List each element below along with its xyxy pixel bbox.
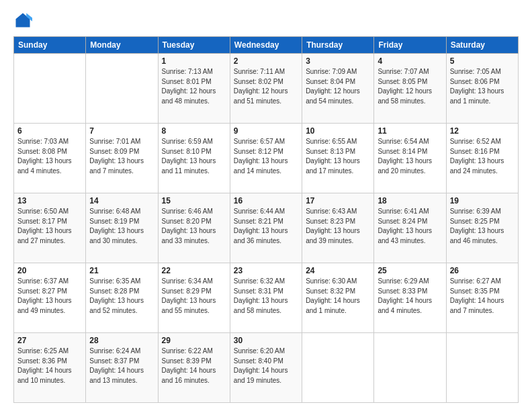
header <box>13 11 519 30</box>
day-detail: Sunrise: 6:52 AMSunset: 8:16 PMDaylight:… <box>450 137 515 176</box>
calendar-cell: 1Sunrise: 7:13 AMSunset: 8:01 PMDaylight… <box>158 54 230 124</box>
calendar-cell <box>374 333 446 403</box>
calendar-week-row: 1Sunrise: 7:13 AMSunset: 8:01 PMDaylight… <box>14 54 519 124</box>
calendar-cell: 23Sunrise: 6:32 AMSunset: 8:31 PMDayligh… <box>230 263 302 333</box>
day-detail: Sunrise: 6:57 AMSunset: 8:12 PMDaylight:… <box>234 137 298 176</box>
calendar-week-row: 27Sunrise: 6:25 AMSunset: 8:36 PMDayligh… <box>14 333 519 403</box>
calendar-cell <box>14 54 86 124</box>
day-detail: Sunrise: 6:35 AMSunset: 8:28 PMDaylight:… <box>89 277 154 316</box>
calendar-header-thursday: Thursday <box>302 37 374 54</box>
calendar-cell: 17Sunrise: 6:43 AMSunset: 8:23 PMDayligh… <box>302 193 374 263</box>
day-number: 25 <box>378 266 442 275</box>
day-detail: Sunrise: 6:25 AMSunset: 8:36 PMDaylight:… <box>17 347 82 385</box>
day-detail: Sunrise: 7:03 AMSunset: 8:08 PMDaylight:… <box>17 137 82 176</box>
day-detail: Sunrise: 7:07 AMSunset: 8:05 PMDaylight:… <box>378 67 442 106</box>
day-detail: Sunrise: 7:13 AMSunset: 8:01 PMDaylight:… <box>162 67 226 106</box>
calendar-week-row: 6Sunrise: 7:03 AMSunset: 8:08 PMDaylight… <box>14 124 519 193</box>
calendar-cell: 28Sunrise: 6:24 AMSunset: 8:37 PMDayligh… <box>86 333 158 403</box>
day-number: 14 <box>89 196 154 205</box>
day-detail: Sunrise: 6:24 AMSunset: 8:37 PMDaylight:… <box>89 347 154 385</box>
day-number: 11 <box>378 126 442 136</box>
day-number: 12 <box>450 126 515 136</box>
day-number: 21 <box>89 266 154 275</box>
day-detail: Sunrise: 6:44 AMSunset: 8:21 PMDaylight:… <box>234 207 298 246</box>
day-number: 24 <box>306 266 370 275</box>
calendar-header-friday: Friday <box>374 37 446 54</box>
calendar-cell: 24Sunrise: 6:30 AMSunset: 8:32 PMDayligh… <box>302 263 374 333</box>
calendar-cell: 18Sunrise: 6:41 AMSunset: 8:24 PMDayligh… <box>374 193 446 263</box>
day-detail: Sunrise: 6:46 AMSunset: 8:20 PMDaylight:… <box>162 207 226 246</box>
calendar-header-wednesday: Wednesday <box>230 37 302 54</box>
calendar-cell: 11Sunrise: 6:54 AMSunset: 8:14 PMDayligh… <box>374 124 446 193</box>
calendar-cell: 6Sunrise: 7:03 AMSunset: 8:08 PMDaylight… <box>14 124 86 193</box>
day-number: 28 <box>89 336 154 345</box>
day-detail: Sunrise: 6:54 AMSunset: 8:14 PMDaylight:… <box>378 137 442 176</box>
day-number: 13 <box>17 196 82 205</box>
calendar-cell: 21Sunrise: 6:35 AMSunset: 8:28 PMDayligh… <box>86 263 158 333</box>
day-number: 3 <box>306 56 370 66</box>
day-detail: Sunrise: 6:37 AMSunset: 8:27 PMDaylight:… <box>17 277 82 316</box>
calendar-week-row: 20Sunrise: 6:37 AMSunset: 8:27 PMDayligh… <box>14 263 519 333</box>
calendar-header-tuesday: Tuesday <box>158 37 230 54</box>
day-detail: Sunrise: 6:48 AMSunset: 8:19 PMDaylight:… <box>89 207 154 246</box>
day-number: 15 <box>162 196 226 205</box>
calendar-cell: 26Sunrise: 6:27 AMSunset: 8:35 PMDayligh… <box>446 263 518 333</box>
calendar-cell: 4Sunrise: 7:07 AMSunset: 8:05 PMDaylight… <box>374 54 446 124</box>
calendar-cell: 8Sunrise: 6:59 AMSunset: 8:10 PMDaylight… <box>158 124 230 193</box>
calendar-cell: 7Sunrise: 7:01 AMSunset: 8:09 PMDaylight… <box>86 124 158 193</box>
day-detail: Sunrise: 6:59 AMSunset: 8:10 PMDaylight:… <box>162 137 226 176</box>
day-detail: Sunrise: 7:05 AMSunset: 8:06 PMDaylight:… <box>450 67 515 106</box>
calendar-cell: 3Sunrise: 7:09 AMSunset: 8:04 PMDaylight… <box>302 54 374 124</box>
day-number: 22 <box>162 266 226 275</box>
day-number: 30 <box>234 336 298 345</box>
calendar-cell: 15Sunrise: 6:46 AMSunset: 8:20 PMDayligh… <box>158 193 230 263</box>
day-number: 7 <box>89 126 154 136</box>
day-number: 6 <box>17 126 82 136</box>
day-number: 18 <box>378 196 442 205</box>
day-number: 26 <box>450 266 515 275</box>
calendar-cell: 16Sunrise: 6:44 AMSunset: 8:21 PMDayligh… <box>230 193 302 263</box>
day-detail: Sunrise: 6:29 AMSunset: 8:33 PMDaylight:… <box>378 277 442 316</box>
calendar-cell: 20Sunrise: 6:37 AMSunset: 8:27 PMDayligh… <box>14 263 86 333</box>
calendar-cell: 13Sunrise: 6:50 AMSunset: 8:17 PMDayligh… <box>14 193 86 263</box>
calendar-cell: 2Sunrise: 7:11 AMSunset: 8:02 PMDaylight… <box>230 54 302 124</box>
calendar-cell: 30Sunrise: 6:20 AMSunset: 8:40 PMDayligh… <box>230 333 302 403</box>
day-detail: Sunrise: 6:30 AMSunset: 8:32 PMDaylight:… <box>306 277 370 316</box>
calendar-cell: 25Sunrise: 6:29 AMSunset: 8:33 PMDayligh… <box>374 263 446 333</box>
day-number: 19 <box>450 196 515 205</box>
day-number: 9 <box>234 126 298 136</box>
calendar-cell: 27Sunrise: 6:25 AMSunset: 8:36 PMDayligh… <box>14 333 86 403</box>
calendar-header-row: SundayMondayTuesdayWednesdayThursdayFrid… <box>14 37 519 54</box>
calendar-cell: 9Sunrise: 6:57 AMSunset: 8:12 PMDaylight… <box>230 124 302 193</box>
day-number: 10 <box>306 126 370 136</box>
day-number: 4 <box>378 56 442 66</box>
calendar-cell: 5Sunrise: 7:05 AMSunset: 8:06 PMDaylight… <box>446 54 518 124</box>
day-detail: Sunrise: 6:22 AMSunset: 8:39 PMDaylight:… <box>162 347 226 385</box>
calendar-cell: 22Sunrise: 6:34 AMSunset: 8:29 PMDayligh… <box>158 263 230 333</box>
day-number: 27 <box>17 336 82 345</box>
calendar-table: SundayMondayTuesdayWednesdayThursdayFrid… <box>13 36 519 403</box>
calendar-cell: 10Sunrise: 6:55 AMSunset: 8:13 PMDayligh… <box>302 124 374 193</box>
day-number: 29 <box>162 336 226 345</box>
calendar-week-row: 13Sunrise: 6:50 AMSunset: 8:17 PMDayligh… <box>14 193 519 263</box>
day-detail: Sunrise: 6:41 AMSunset: 8:24 PMDaylight:… <box>378 207 442 246</box>
day-number: 20 <box>17 266 82 275</box>
day-detail: Sunrise: 6:43 AMSunset: 8:23 PMDaylight:… <box>306 207 370 246</box>
calendar-cell: 29Sunrise: 6:22 AMSunset: 8:39 PMDayligh… <box>158 333 230 403</box>
calendar-cell: 14Sunrise: 6:48 AMSunset: 8:19 PMDayligh… <box>86 193 158 263</box>
day-number: 2 <box>234 56 298 66</box>
day-detail: Sunrise: 7:11 AMSunset: 8:02 PMDaylight:… <box>234 67 298 106</box>
day-detail: Sunrise: 6:39 AMSunset: 8:25 PMDaylight:… <box>450 207 515 246</box>
calendar-header-saturday: Saturday <box>446 37 518 54</box>
logo-icon <box>13 11 32 30</box>
day-detail: Sunrise: 7:01 AMSunset: 8:09 PMDaylight:… <box>89 137 154 176</box>
day-detail: Sunrise: 7:09 AMSunset: 8:04 PMDaylight:… <box>306 67 370 106</box>
day-detail: Sunrise: 6:34 AMSunset: 8:29 PMDaylight:… <box>162 277 226 316</box>
day-number: 5 <box>450 56 515 66</box>
page: SundayMondayTuesdayWednesdayThursdayFrid… <box>0 0 532 411</box>
day-detail: Sunrise: 6:50 AMSunset: 8:17 PMDaylight:… <box>17 207 82 246</box>
calendar-header-sunday: Sunday <box>14 37 86 54</box>
day-detail: Sunrise: 6:27 AMSunset: 8:35 PMDaylight:… <box>450 277 515 316</box>
calendar-cell <box>86 54 158 124</box>
calendar-cell <box>446 333 518 403</box>
